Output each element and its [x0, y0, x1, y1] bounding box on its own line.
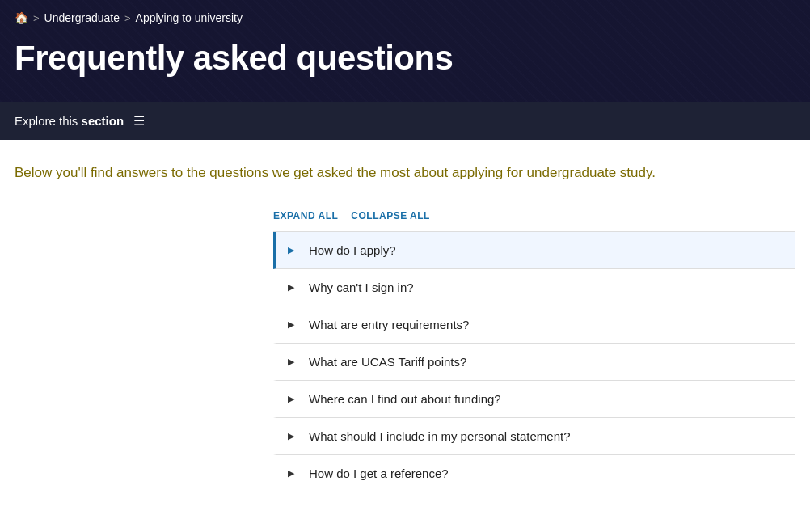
faq-item[interactable]: ▶What should I include in my personal st… — [273, 418, 795, 455]
faq-list: ▶How do I apply?▶Why can't I sign in?▶Wh… — [273, 231, 795, 492]
faq-item[interactable]: ▶What are UCAS Tariff points? — [273, 344, 795, 381]
faq-question-text[interactable]: How do I get a reference? — [302, 455, 795, 492]
faq-item[interactable]: ▶Where can I find out about funding? — [273, 381, 795, 418]
breadcrumb-separator-2: > — [124, 12, 131, 24]
section-bar-text: Explore this section — [15, 114, 124, 128]
faq-question-text[interactable]: Why can't I sign in? — [302, 269, 795, 306]
faq-arrow-icon[interactable]: ▶ — [276, 382, 302, 416]
breadcrumb-separator-1: > — [33, 12, 40, 24]
hero-section: 🏠 > Undergraduate > Applying to universi… — [0, 0, 810, 102]
faq-arrow-icon[interactable]: ▶ — [276, 308, 302, 341]
faq-arrow-icon[interactable]: ▶ — [276, 457, 302, 490]
faq-item[interactable]: ▶How do I apply? — [273, 232, 795, 269]
faq-arrow-icon[interactable]: ▶ — [276, 420, 302, 453]
breadcrumb: 🏠 > Undergraduate > Applying to universi… — [15, 11, 795, 24]
faq-question-text[interactable]: Where can I find out about funding? — [302, 381, 795, 417]
faq-question-text[interactable]: How do I apply? — [302, 232, 795, 268]
main-content: Below you'll find answers to the questio… — [0, 140, 810, 514]
list-icon[interactable]: ☰ — [133, 113, 145, 129]
section-bar-bold: section — [82, 114, 124, 128]
faq-question-text[interactable]: What should I include in my personal sta… — [302, 418, 795, 454]
faq-question-text[interactable]: What are entry requirements? — [302, 306, 795, 343]
faq-arrow-icon[interactable]: ▶ — [276, 234, 302, 267]
expand-all-button[interactable]: EXPAND ALL — [273, 210, 338, 222]
faq-question-text[interactable]: What are UCAS Tariff points? — [302, 344, 795, 380]
faq-actions: EXPAND ALL COLLAPSE ALL — [273, 210, 795, 222]
page-title: Frequently asked questions — [15, 39, 795, 78]
breadcrumb-undergraduate[interactable]: Undergraduate — [44, 11, 120, 24]
breadcrumb-current-page: Applying to university — [136, 11, 243, 24]
faq-arrow-icon[interactable]: ▶ — [276, 271, 302, 304]
faq-item[interactable]: ▶How do I get a reference? — [273, 455, 795, 492]
section-bar[interactable]: Explore this section ☰ — [0, 102, 810, 140]
home-icon[interactable]: 🏠 — [15, 11, 28, 24]
faq-arrow-icon[interactable]: ▶ — [276, 345, 302, 378]
section-bar-prefix: Explore this — [15, 114, 82, 128]
faq-container: EXPAND ALL COLLAPSE ALL ▶How do I apply?… — [273, 210, 795, 492]
intro-paragraph: Below you'll find answers to the questio… — [15, 163, 710, 184]
faq-item[interactable]: ▶What are entry requirements? — [273, 306, 795, 344]
faq-item[interactable]: ▶Why can't I sign in? — [273, 269, 795, 306]
collapse-all-button[interactable]: COLLAPSE ALL — [351, 210, 430, 222]
